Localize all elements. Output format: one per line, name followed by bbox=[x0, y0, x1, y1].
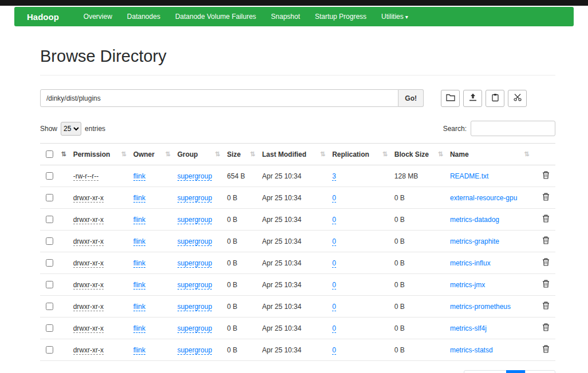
group-link[interactable]: supergroup bbox=[177, 216, 212, 224]
pagination-next-button[interactable]: Next bbox=[525, 370, 555, 373]
row-checkbox[interactable] bbox=[46, 346, 53, 354]
nav-item-utilities[interactable]: Utilities▾ bbox=[374, 13, 416, 21]
file-name-link[interactable]: metrics-prometheus bbox=[450, 303, 511, 311]
permission-link[interactable]: drwxr-xr-x bbox=[73, 281, 104, 289]
upload-files-button[interactable] bbox=[463, 90, 482, 107]
paste-button[interactable] bbox=[486, 90, 504, 107]
select-all-checkbox[interactable] bbox=[46, 150, 53, 158]
permission-link[interactable]: -rw-r--r-- bbox=[73, 172, 99, 181]
page-size-select[interactable]: 25 bbox=[61, 122, 81, 136]
group-link[interactable]: supergroup bbox=[177, 303, 212, 311]
nav-item-overview[interactable]: Overview bbox=[76, 13, 120, 21]
group-link[interactable]: supergroup bbox=[177, 324, 212, 333]
replication-link[interactable]: 0 bbox=[332, 324, 336, 333]
file-name-link[interactable]: metrics-slf4j bbox=[450, 324, 487, 332]
row-checkbox[interactable] bbox=[46, 216, 53, 223]
delete-button[interactable] bbox=[540, 345, 552, 355]
delete-button[interactable] bbox=[540, 215, 552, 224]
pagination-previous-button[interactable]: Previous bbox=[464, 370, 507, 373]
file-name-link[interactable]: metrics-graphite bbox=[450, 237, 499, 245]
owner-link[interactable]: flink bbox=[133, 237, 145, 246]
cut-button[interactable] bbox=[508, 90, 527, 107]
permission-link[interactable]: drwxr-xr-x bbox=[73, 346, 104, 355]
replication-link[interactable]: 0 bbox=[332, 346, 336, 355]
replication-link[interactable]: 0 bbox=[332, 194, 336, 203]
header-replication[interactable]: Replication bbox=[332, 150, 369, 158]
header-permission[interactable]: Permission bbox=[73, 150, 111, 158]
navbar-brand[interactable]: Hadoop bbox=[27, 12, 59, 22]
sort-icon[interactable]: ⇅ bbox=[382, 150, 388, 158]
file-name-link[interactable]: metrics-datadog bbox=[450, 216, 499, 224]
delete-button[interactable] bbox=[540, 236, 552, 246]
permission-link[interactable]: drwxr-xr-x bbox=[73, 303, 104, 311]
header-name[interactable]: Name bbox=[450, 150, 469, 158]
sort-icon[interactable]: ⇅ bbox=[524, 150, 529, 158]
owner-link[interactable]: flink bbox=[133, 259, 145, 268]
sort-icon[interactable]: ⇅ bbox=[250, 150, 255, 158]
nav-item-datanode-volume-failures[interactable]: Datanode Volume Failures bbox=[168, 13, 263, 21]
group-link[interactable]: supergroup bbox=[177, 194, 212, 203]
header-owner[interactable]: Owner bbox=[133, 150, 155, 158]
permission-link[interactable]: drwxr-xr-x bbox=[73, 216, 104, 224]
group-link[interactable]: supergroup bbox=[177, 346, 212, 355]
header-block-size[interactable]: Block Size bbox=[394, 150, 429, 158]
delete-button[interactable] bbox=[540, 193, 552, 203]
row-checkbox[interactable] bbox=[46, 303, 53, 310]
sort-icon[interactable]: ⇅ bbox=[215, 150, 220, 158]
delete-button[interactable] bbox=[540, 301, 552, 311]
sort-icon[interactable]: ⇅ bbox=[61, 150, 66, 158]
delete-button[interactable] bbox=[540, 323, 552, 333]
go-button[interactable]: Go! bbox=[398, 89, 424, 107]
sort-icon[interactable]: ⇅ bbox=[438, 150, 443, 158]
file-name-link[interactable]: external-resource-gpu bbox=[450, 194, 517, 202]
owner-link[interactable]: flink bbox=[133, 194, 145, 203]
permission-link[interactable]: drwxr-xr-x bbox=[73, 259, 104, 268]
header-last-modified[interactable]: Last Modified bbox=[262, 150, 306, 158]
delete-button[interactable] bbox=[540, 258, 552, 268]
last-modified-cell: Apr 25 10:34 bbox=[262, 259, 302, 267]
nav-item-startup-progress[interactable]: Startup Progress bbox=[307, 13, 374, 21]
row-checkbox[interactable] bbox=[46, 324, 53, 332]
sort-icon[interactable]: ⇅ bbox=[320, 150, 325, 158]
file-name-link[interactable]: README.txt bbox=[450, 172, 488, 180]
permission-link[interactable]: drwxr-xr-x bbox=[73, 194, 104, 203]
file-name-link[interactable]: metrics-statsd bbox=[450, 346, 493, 354]
nav-item-datanodes[interactable]: Datanodes bbox=[120, 13, 168, 21]
group-link[interactable]: supergroup bbox=[177, 237, 212, 246]
owner-link[interactable]: flink bbox=[133, 303, 145, 311]
row-checkbox[interactable] bbox=[46, 237, 53, 245]
replication-link[interactable]: 0 bbox=[332, 281, 336, 289]
permission-link[interactable]: drwxr-xr-x bbox=[73, 324, 104, 333]
header-group[interactable]: Group bbox=[177, 150, 198, 158]
owner-link[interactable]: flink bbox=[133, 324, 145, 333]
nav-item-snapshot[interactable]: Snapshot bbox=[263, 13, 307, 21]
owner-link[interactable]: flink bbox=[133, 346, 145, 355]
pagination-page-1-button[interactable]: 1 bbox=[506, 370, 526, 373]
sort-icon[interactable]: ⇅ bbox=[165, 150, 170, 158]
row-checkbox[interactable] bbox=[46, 172, 53, 180]
group-link[interactable]: supergroup bbox=[177, 172, 212, 181]
delete-button[interactable] bbox=[540, 171, 552, 181]
create-directory-button[interactable] bbox=[441, 90, 460, 107]
replication-link[interactable]: 0 bbox=[332, 216, 336, 224]
owner-link[interactable]: flink bbox=[133, 216, 145, 224]
path-input[interactable] bbox=[40, 89, 398, 107]
sort-icon[interactable]: ⇅ bbox=[121, 150, 126, 158]
group-link[interactable]: supergroup bbox=[177, 281, 212, 289]
search-input[interactable] bbox=[471, 121, 555, 136]
row-checkbox[interactable] bbox=[46, 281, 53, 288]
replication-link[interactable]: 3 bbox=[332, 172, 336, 181]
replication-link[interactable]: 0 bbox=[332, 303, 336, 311]
row-checkbox[interactable] bbox=[46, 259, 53, 267]
group-link[interactable]: supergroup bbox=[177, 259, 212, 268]
file-name-link[interactable]: metrics-influx bbox=[450, 259, 491, 267]
replication-link[interactable]: 0 bbox=[332, 237, 336, 246]
row-checkbox[interactable] bbox=[46, 194, 53, 201]
owner-link[interactable]: flink bbox=[133, 281, 145, 289]
permission-link[interactable]: drwxr-xr-x bbox=[73, 237, 104, 246]
file-name-link[interactable]: metrics-jmx bbox=[450, 281, 485, 289]
owner-link[interactable]: flink bbox=[133, 172, 145, 181]
delete-button[interactable] bbox=[540, 280, 552, 289]
replication-link[interactable]: 0 bbox=[332, 259, 336, 268]
header-size[interactable]: Size bbox=[227, 150, 241, 158]
